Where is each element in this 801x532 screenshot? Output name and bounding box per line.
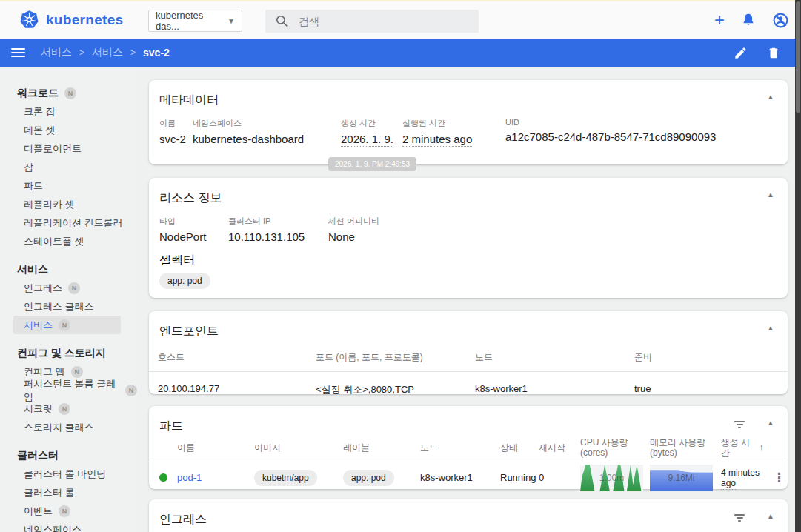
col-ready: 준비 (634, 351, 779, 364)
namespace-value: kubernetes-dashboard (193, 133, 341, 145)
breadcrumb-separator: > (79, 47, 84, 58)
sidebar-item-cron-jobs[interactable]: 크론 잡 (0, 102, 137, 121)
sort-ascending-icon[interactable]: ↑ (760, 442, 765, 453)
created-label: 생성 시간 (341, 118, 402, 129)
sidebar-item-cluster-role-bindings[interactable]: 클러스터 롤 바인딩 (0, 465, 137, 483)
endpoint-ports: <설정 취소>,8080,TCP (316, 383, 475, 396)
search-bar[interactable] (265, 10, 479, 33)
filter-icon[interactable] (734, 514, 745, 523)
col-restarts[interactable]: 재시작 (539, 442, 580, 453)
sidebar-item-deployments[interactable]: 디플로이먼트 (0, 139, 137, 158)
sidebar-item-jobs[interactable]: 잡 (0, 158, 137, 176)
brand-title: kubernetes (46, 12, 123, 28)
ingress-card: 인그레스 ▲ (149, 499, 788, 532)
pod-image-chip: kubetm/app (254, 470, 317, 486)
name-value: svc-2 (159, 133, 193, 145)
sidebar-item-ingress-classes[interactable]: 인그레스 클래스 (0, 297, 137, 316)
new-badge: N (64, 87, 76, 99)
endpoint-ready: true (634, 383, 779, 396)
namespace-selected-value: kubernetes-das... (156, 10, 227, 32)
pod-restarts: 0 (539, 472, 580, 483)
user-logout-icon[interactable] (772, 12, 789, 29)
sidebar-section-workloads[interactable]: 워크로드 N (0, 84, 137, 102)
sidebar-section-cluster[interactable]: 클러스터 (0, 446, 137, 465)
collapse-arrow-icon[interactable]: ▲ (767, 93, 774, 101)
new-badge: N (59, 505, 70, 517)
session-affinity-label: 세션 어피니티 (328, 216, 379, 227)
pod-status: Running (500, 472, 539, 483)
create-resource-icon[interactable]: + (714, 11, 725, 29)
cluster-ip-label: 클러스터 IP (228, 216, 328, 227)
pod-label-chip: app: pod (343, 470, 394, 486)
col-image[interactable]: 이미지 (254, 442, 343, 453)
endpoint-node: k8s-worker1 (475, 383, 634, 396)
scrollbar-thumb[interactable] (796, 1, 800, 113)
col-host: 호스트 (158, 351, 316, 364)
collapse-arrow-icon[interactable]: ▲ (767, 512, 774, 520)
sidebar-section-service[interactable]: 서비스 (0, 260, 137, 279)
menu-hamburger-icon[interactable] (11, 46, 25, 59)
sidebar-section-config-storage[interactable]: 컨피그 및 스토리지 (0, 344, 137, 362)
sidebar-item-daemon-sets[interactable]: 데몬 셋 (0, 121, 137, 139)
sidebar-item-persistent-volume-claims[interactable]: 퍼시스턴트 볼륨 클레임 N (0, 381, 137, 399)
sidebar-item-cluster-roles[interactable]: 클러스터 롤 (0, 483, 137, 502)
search-input[interactable] (299, 16, 454, 27)
breadcrumb-root[interactable]: 서비스 (41, 46, 72, 59)
main-content: 메타데이터 ▲ 이름 svc-2 네임스페이스 kubernetes-dashb… (137, 67, 795, 532)
edit-pencil-icon[interactable] (734, 46, 748, 60)
pod-status-ok-icon (159, 473, 167, 482)
action-bar: 서비스 > 서비스 > svc-2 (0, 39, 801, 67)
cluster-ip-value: 10.110.131.105 (228, 230, 328, 243)
sidebar-item-storage-classes[interactable]: 스토리지 클래스 (0, 418, 137, 436)
col-node: 노드 (475, 351, 634, 364)
new-badge: N (71, 366, 83, 378)
navigation-sidebar: 워크로드 N 크론 잡 데몬 셋 디플로이먼트 잡 파드 레플리카 셋 레플리케… (0, 67, 137, 532)
new-badge: N (59, 319, 70, 331)
col-label[interactable]: 레이블 (343, 442, 420, 453)
pod-name-link[interactable]: pod-1 (177, 472, 254, 483)
top-app-bar: kubernetes kubernetes-das... ▼ + (0, 1, 801, 39)
collapse-arrow-icon[interactable]: ▲ (767, 190, 774, 199)
breadcrumb-parent[interactable]: 서비스 (92, 46, 123, 59)
col-cpu[interactable]: CPU 사용량 (cores) (580, 437, 650, 458)
metadata-card-title: 메타데이터 (149, 80, 788, 108)
uid-value: a12c7085-c24d-487b-8547-71cd89090093 (505, 130, 716, 143)
metadata-card: 메타데이터 ▲ 이름 svc-2 네임스페이스 kubernetes-dashb… (149, 80, 788, 164)
sidebar-item-services[interactable]: 서비스 N (13, 316, 121, 334)
pods-table-row: pod-1 kubetm/app app: pod k8s-worker1 Ru… (149, 462, 788, 493)
filter-icon[interactable] (734, 421, 745, 430)
cpu-usage-sparkline: 1.00m (580, 465, 643, 491)
namespace-selector[interactable]: kubernetes-das... ▼ (148, 10, 242, 32)
sidebar-item-namespaces[interactable]: 네임스페이스 (0, 520, 137, 532)
row-menu-kebab-icon[interactable]: ⋮ (768, 470, 785, 485)
resource-info-card: 리소스 정보 ▲ 타입 NodePort 클러스터 IP 10.110.131.… (149, 178, 788, 298)
col-ports: 포트 (이름, 포트, 프로토콜) (316, 351, 475, 364)
col-created[interactable]: 생성 시간 ↑ (721, 437, 768, 458)
notifications-bell-icon[interactable] (740, 12, 757, 28)
new-badge: N (59, 403, 70, 415)
age-label: 실행된 시간 (402, 118, 505, 129)
delete-trash-icon[interactable] (767, 46, 780, 60)
endpoints-card: 엔드포인트 ▲ 호스트 포트 (이름, 포트, 프로토콜) 노드 준비 20.1… (149, 311, 788, 394)
sidebar-item-ingresses[interactable]: 인그레스 N (0, 279, 137, 297)
col-memory[interactable]: 메모리 사용량 (bytes) (650, 437, 721, 458)
pod-node: k8s-worker1 (420, 472, 500, 483)
breadcrumb-current: svc-2 (143, 47, 170, 59)
collapse-arrow-icon[interactable]: ▲ (767, 419, 774, 427)
search-icon (275, 14, 289, 28)
collapse-arrow-icon[interactable]: ▲ (767, 324, 774, 332)
vertical-scrollbar[interactable] (795, 0, 801, 532)
sidebar-item-pods[interactable]: 파드 (0, 176, 137, 195)
breadcrumb: 서비스 > 서비스 > svc-2 (41, 46, 170, 59)
uid-label: UID (505, 118, 716, 127)
sidebar-item-replication-controllers[interactable]: 레플리케이션 컨트롤러 (0, 213, 137, 232)
created-time-tooltip: 2026. 1. 9. PM 2:49:53 (328, 157, 416, 171)
sidebar-item-events[interactable]: 이벤트 N (0, 502, 137, 520)
sidebar-item-replica-sets[interactable]: 레플리카 셋 (0, 195, 137, 213)
sidebar-item-stateful-sets[interactable]: 스테이트풀 셋 (0, 232, 137, 250)
kubernetes-logo[interactable]: kubernetes (19, 10, 123, 30)
col-node[interactable]: 노드 (420, 442, 500, 453)
col-name[interactable]: 이름 (177, 442, 254, 453)
kubernetes-wheel-icon (19, 10, 39, 30)
col-status[interactable]: 상태 (500, 442, 539, 453)
